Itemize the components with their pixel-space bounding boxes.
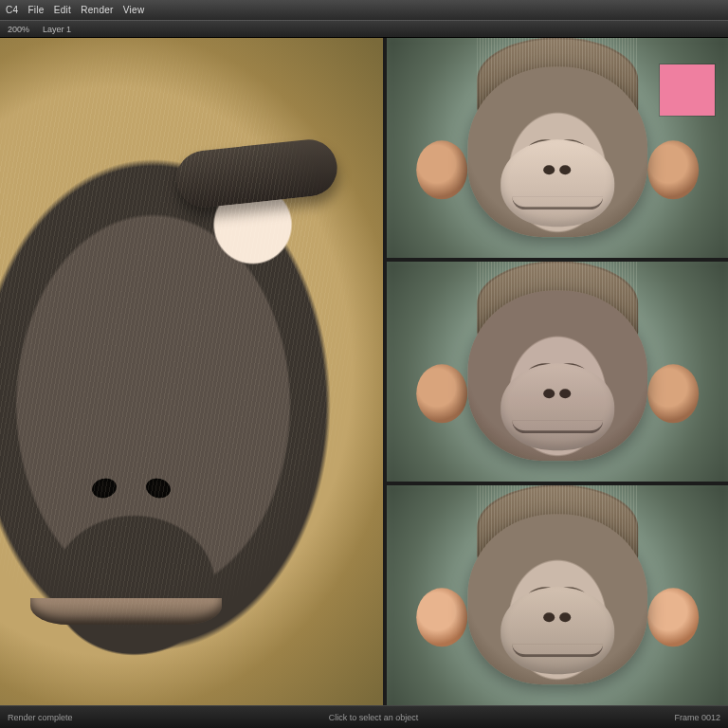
subject-main-render [0, 38, 383, 705]
viewport-variant-c[interactable] [387, 485, 728, 705]
viewport-stack [387, 38, 728, 705]
nostril-right [143, 476, 172, 500]
subject-variant-b [410, 275, 704, 477]
status-bar: Render complete Click to select an objec… [0, 705, 728, 728]
nostril-left [90, 476, 118, 500]
viewport-main[interactable] [0, 38, 387, 705]
app-name: C4 [6, 5, 18, 15]
zoom-indicator[interactable]: 200% [8, 25, 29, 34]
brow-ridge [173, 136, 339, 209]
menu-render[interactable]: Render [81, 5, 114, 15]
status-hint: Click to select an object [329, 713, 419, 722]
viewport-variant-a[interactable] [387, 38, 728, 258]
title-bar: C4 File Edit Render View [0, 0, 728, 21]
status-left: Render complete [8, 713, 73, 722]
color-swatch[interactable] [660, 64, 715, 116]
workspace [0, 38, 728, 705]
layer-indicator[interactable]: Layer 1 [43, 25, 71, 34]
menu-view[interactable]: View [123, 5, 145, 15]
status-frame: Frame 0012 [674, 713, 720, 722]
subject-variant-c [410, 499, 704, 701]
menu-edit[interactable]: Edit [54, 5, 71, 15]
menu-file[interactable]: File [27, 5, 44, 15]
viewport-variant-b[interactable] [387, 262, 728, 482]
options-bar: 200% Layer 1 [0, 21, 728, 38]
lower-lip [30, 598, 222, 625]
